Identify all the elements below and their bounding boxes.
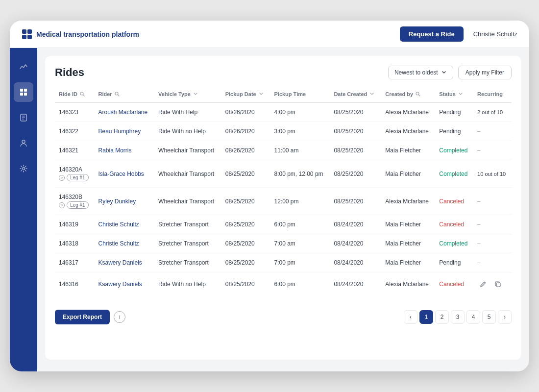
copy-icon[interactable] bbox=[492, 278, 504, 290]
status-badge: Pending bbox=[439, 109, 461, 116]
col-created-by: Created by bbox=[381, 87, 435, 102]
search-icon[interactable] bbox=[415, 91, 421, 97]
pagination-next[interactable]: › bbox=[498, 310, 512, 324]
svg-rect-9 bbox=[24, 93, 27, 96]
svg-rect-7 bbox=[24, 89, 27, 92]
cell-date-created: 08/25/2020 bbox=[330, 141, 381, 160]
cell-pickup-time: 6:00 pm bbox=[270, 272, 330, 296]
rider-link[interactable]: Ryley Dunkley bbox=[98, 198, 136, 205]
sidebar-item-documents[interactable] bbox=[14, 108, 33, 127]
cell-created-by: Alexia Mcfarlane bbox=[381, 122, 435, 141]
svg-rect-2 bbox=[22, 35, 26, 39]
user-name: Christie Schultz bbox=[473, 30, 517, 38]
rider-link[interactable]: Ksawery Daniels bbox=[98, 281, 142, 288]
rides-table: Ride ID Rider bbox=[55, 87, 512, 296]
rider-link[interactable]: Christie Schultz bbox=[98, 221, 139, 228]
pagination-page-3[interactable]: 3 bbox=[451, 310, 465, 324]
leg-badge: Leg #1 bbox=[67, 174, 89, 181]
brand: Medical transportation platform bbox=[22, 29, 400, 40]
search-icon[interactable] bbox=[114, 91, 120, 97]
cell-pickup-date: 08/25/2020 bbox=[221, 253, 270, 272]
cell-date-created: 08/24/2020 bbox=[330, 253, 381, 272]
cell-vehicle-type: Wheelchair Transport bbox=[154, 188, 221, 215]
cell-date-created: 08/24/2020 bbox=[330, 272, 381, 296]
sort-label: Newest to oldest bbox=[394, 69, 438, 76]
cell-recurring: – bbox=[473, 215, 512, 234]
cell-status: Completed bbox=[435, 160, 473, 188]
edit-icon[interactable] bbox=[477, 278, 489, 290]
recurring-value: – bbox=[477, 198, 481, 205]
pagination-page-4[interactable]: 4 bbox=[466, 310, 480, 324]
header-controls: Newest to oldest Apply my Filter bbox=[388, 66, 512, 79]
sort-icon[interactable] bbox=[258, 91, 264, 97]
cell-pickup-time: 4:00 pm bbox=[270, 102, 330, 122]
recurring-value: 2 out of 10 bbox=[477, 109, 503, 115]
sort-icon[interactable] bbox=[193, 91, 198, 97]
sidebar-item-rides[interactable] bbox=[14, 82, 33, 102]
sidebar-item-analytics[interactable] bbox=[14, 57, 33, 76]
col-ride-id: Ride ID bbox=[55, 87, 94, 102]
cell-vehicle-type: Ride With no Help bbox=[154, 272, 221, 296]
pagination-prev[interactable]: ‹ bbox=[404, 310, 417, 324]
svg-rect-3 bbox=[27, 35, 32, 39]
cell-created-by: Alexia Mcfarlane bbox=[381, 272, 435, 296]
col-vehicle-type: Vehicle Type bbox=[154, 87, 221, 102]
info-icon[interactable]: i bbox=[114, 311, 125, 323]
cell-date-created: 08/24/2020 bbox=[330, 234, 381, 253]
recurring-value: – bbox=[477, 128, 481, 135]
cell-pickup-time: 7:00 am bbox=[270, 234, 330, 253]
cell-created-by: Maia Fletcher bbox=[381, 234, 435, 253]
cell-ride-id: 146323 bbox=[55, 102, 94, 122]
cell-pickup-time: 6:00 pm bbox=[270, 215, 330, 234]
cell-rider: Ksawery Daniels bbox=[94, 253, 154, 272]
export-report-button[interactable]: Export Report bbox=[55, 310, 110, 324]
sidebar-item-settings[interactable] bbox=[14, 159, 33, 178]
cell-vehicle-type: Ride With no Help bbox=[154, 122, 221, 141]
apply-filter-button[interactable]: Apply my Filter bbox=[458, 66, 512, 79]
cell-status: Canceled bbox=[435, 188, 473, 215]
pagination-page-1[interactable]: 1 bbox=[419, 310, 433, 324]
rider-link[interactable]: Rabia Morris bbox=[98, 147, 131, 154]
circle-icon: ○ bbox=[59, 202, 65, 208]
cell-pickup-date: 08/25/2020 bbox=[221, 188, 270, 215]
sort-icon[interactable] bbox=[369, 91, 375, 97]
rider-link[interactable]: Beau Humphrey bbox=[98, 128, 141, 135]
rider-link[interactable]: Ksawery Daniels bbox=[98, 259, 142, 266]
status-badge: Completed bbox=[439, 147, 467, 154]
sidebar-item-users[interactable] bbox=[14, 133, 33, 153]
table-row: 146321 Rabia Morris Wheelchair Transport… bbox=[55, 141, 512, 160]
recurring-value: 10 out of 10 bbox=[477, 171, 506, 177]
cell-ride-id: 146317 bbox=[55, 253, 94, 272]
cell-rider: Ryley Dunkley bbox=[94, 188, 154, 215]
table-footer: Export Report i ‹ 1 2 3 4 5 › bbox=[55, 304, 512, 324]
cell-ride-id: 146319 bbox=[55, 215, 94, 234]
search-icon[interactable] bbox=[79, 91, 85, 97]
cell-status: Pending bbox=[435, 253, 473, 272]
rider-link[interactable]: Christie Schultz bbox=[98, 240, 139, 247]
sort-icon[interactable] bbox=[458, 91, 464, 97]
cell-ride-id: 146318 bbox=[55, 234, 94, 253]
cell-rider: Ksawery Daniels bbox=[94, 272, 154, 296]
table-header: Ride ID Rider bbox=[55, 87, 512, 102]
cell-created-by: Alexia Mcfarlane bbox=[381, 188, 435, 215]
request-ride-button[interactable]: Request a Ride bbox=[400, 26, 464, 42]
table-row: 146322 Beau Humphrey Ride With no Help 0… bbox=[55, 122, 512, 141]
svg-line-19 bbox=[118, 95, 119, 97]
cell-ride-id: 146320B ○ Leg #1 bbox=[55, 188, 94, 215]
cell-rider: Christie Schultz bbox=[94, 234, 154, 253]
cell-recurring: – bbox=[473, 253, 512, 272]
svg-rect-22 bbox=[496, 283, 500, 287]
cell-status: Pending bbox=[435, 102, 473, 122]
pagination-page-5[interactable]: 5 bbox=[482, 310, 496, 324]
cell-pickup-date: 08/25/2020 bbox=[221, 272, 270, 296]
pagination-page-2[interactable]: 2 bbox=[435, 310, 449, 324]
table-body: 146323 Aroush Macfarlane Ride With Help … bbox=[55, 102, 512, 296]
rider-link[interactable]: Aroush Macfarlane bbox=[98, 109, 147, 116]
rider-link[interactable]: Isla-Grace Hobbs bbox=[98, 171, 144, 177]
nav-right: Request a Ride Christie Schultz bbox=[400, 26, 517, 42]
sidebar bbox=[10, 48, 37, 371]
cell-pickup-time: 12:00 pm bbox=[270, 188, 330, 215]
sort-select[interactable]: Newest to oldest bbox=[388, 66, 453, 79]
cell-pickup-date: 08/25/2020 bbox=[221, 160, 270, 188]
rides-title: Rides bbox=[55, 66, 84, 79]
